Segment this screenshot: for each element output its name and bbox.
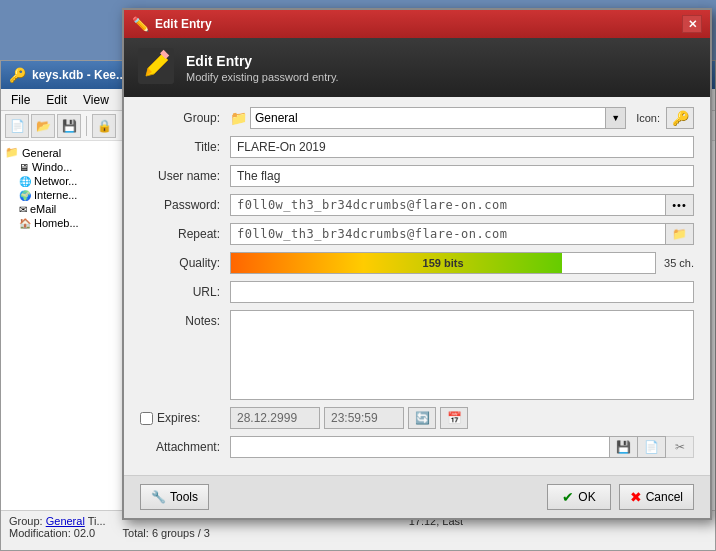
password-label: Password: [140, 198, 230, 212]
sidebar-windows-label: Windo... [32, 161, 72, 173]
group-label: Group: [9, 515, 43, 527]
attachment-save-button[interactable]: 📄 [638, 436, 666, 458]
ok-label: OK [578, 490, 595, 504]
sidebar-item-network[interactable]: 🌐 Networ... [19, 174, 126, 188]
group-label: Group: [140, 111, 230, 125]
sidebar-root-label: General [22, 147, 61, 159]
cancel-label: Cancel [646, 490, 683, 504]
tree-children: 🖥 Windo... 🌐 Networ... 🌍 Interne... ✉ eM… [5, 160, 126, 230]
attachment-open-button[interactable]: 💾 [610, 436, 638, 458]
group-dropdown-button[interactable]: ▼ [606, 107, 626, 129]
modification: Modification: 02.0 [9, 527, 95, 539]
modal-footer: 🔧 Tools ✔ OK ✖ Cancel [124, 475, 710, 518]
sidebar-item-root[interactable]: 📁 General [5, 145, 126, 160]
modal-header-icon [138, 48, 174, 87]
generate-password-button[interactable]: 📁 [666, 223, 694, 245]
cancel-button[interactable]: ✖ Cancel [619, 484, 694, 510]
modal-title-icon: ✏️ [132, 16, 149, 32]
internet-icon: 🌍 [19, 190, 31, 201]
cancel-icon: ✖ [630, 489, 642, 505]
title-input[interactable] [230, 136, 694, 158]
sidebar-item-home[interactable]: 🏠 Homeb... [19, 216, 126, 230]
sidebar: 📁 General 🖥 Windo... 🌐 Networ... 🌍 Inter… [1, 141, 131, 550]
url-input[interactable] [230, 281, 694, 303]
new-btn[interactable]: 📄 [5, 114, 29, 138]
notes-row: Notes: [140, 310, 694, 400]
expires-calendar-button[interactable]: 🔄 [408, 407, 436, 429]
home-icon: 🏠 [19, 218, 31, 229]
icon-picker: Icon: 🔑 [636, 107, 694, 129]
expires-checkbox-label: Expires: [140, 411, 220, 425]
group-select[interactable]: General [250, 107, 606, 129]
quality-field-wrap: 159 bits 35 ch. [230, 252, 694, 274]
quality-bar [231, 253, 562, 273]
repeat-field-wrap: 📁 [230, 223, 694, 245]
notes-textarea[interactable] [230, 310, 694, 400]
tools-icon: 🔧 [151, 490, 166, 504]
url-label: URL: [140, 285, 230, 299]
modal-close-button[interactable]: ✕ [682, 15, 702, 33]
icon-label: Icon: [636, 112, 660, 124]
tools-button[interactable]: 🔧 Tools [140, 484, 209, 510]
menu-edit[interactable]: Edit [40, 91, 73, 109]
sidebar-item-email[interactable]: ✉ eMail [19, 202, 126, 216]
lock-btn[interactable]: 🔒 [92, 114, 116, 138]
open-btn[interactable]: 📂 [31, 114, 55, 138]
modal-header-subtitle: Modify existing password entry. [186, 71, 339, 83]
expires-label-text: Expires: [157, 411, 200, 425]
quality-row: Quality: 159 bits 35 ch. [140, 252, 694, 274]
status-line-2: Modification: 02.0 Total: 6 groups / 3 [9, 527, 707, 539]
group-value: General [255, 111, 298, 125]
username-label: User name: [140, 169, 230, 183]
total: Total: 6 groups / 3 [123, 527, 210, 539]
windows-icon: 🖥 [19, 162, 29, 173]
attachment-input[interactable] [230, 436, 610, 458]
quality-label: Quality: [140, 256, 230, 270]
group-row: Group: 📁 General ▼ Icon: 🔑 [140, 107, 694, 129]
title-label: Title: [140, 140, 230, 154]
group-value: General [46, 515, 85, 527]
modal-titlebar: ✏️ Edit Entry ✕ [124, 10, 710, 38]
save-btn[interactable]: 💾 [57, 114, 81, 138]
ok-button[interactable]: ✔ OK [547, 484, 610, 510]
menu-view[interactable]: View [77, 91, 115, 109]
show-password-button[interactable]: ••• [666, 194, 694, 216]
group-folder-icon: 📁 [230, 110, 247, 126]
ok-icon: ✔ [562, 489, 574, 505]
attachment-row: Attachment: 💾 📄 ✂ [140, 436, 694, 458]
modal-body: Group: 📁 General ▼ Icon: 🔑 Title: User n… [124, 97, 710, 475]
attachment-remove-button[interactable]: ✂ [666, 436, 694, 458]
attachment-field-wrap: 💾 📄 ✂ [230, 436, 694, 458]
sidebar-email-label: eMail [30, 203, 56, 215]
password-field-wrap: ••• [230, 194, 694, 216]
sidebar-network-label: Networ... [34, 175, 77, 187]
expires-date-input[interactable] [230, 407, 320, 429]
repeat-input[interactable] [230, 223, 666, 245]
quality-chars-text: 35 ch. [664, 257, 694, 269]
modal-header: Edit Entry Modify existing password entr… [124, 38, 710, 97]
modal-title: Edit Entry [155, 17, 212, 31]
username-row: User name: [140, 165, 694, 187]
expires-label: Expires: [140, 411, 230, 425]
email-icon: ✉ [19, 204, 27, 215]
group-field-wrap: 📁 General ▼ [230, 107, 626, 129]
username-input[interactable] [230, 165, 694, 187]
quality-bar-container: 159 bits [230, 252, 656, 274]
sidebar-item-windows[interactable]: 🖥 Windo... [19, 160, 126, 174]
modal-header-text: Edit Entry Modify existing password entr… [186, 53, 339, 83]
bg-title: keys.kdb - Kee... [32, 68, 126, 82]
expires-checkbox[interactable] [140, 412, 153, 425]
expires-row: Expires: 🔄 📅 [140, 407, 694, 429]
modal-header-title: Edit Entry [186, 53, 339, 69]
icon-button[interactable]: 🔑 [666, 107, 694, 129]
menu-file[interactable]: File [5, 91, 36, 109]
notes-label: Notes: [140, 310, 230, 328]
title-abbr: Ti... [88, 515, 106, 527]
password-row: Password: ••• [140, 194, 694, 216]
password-input[interactable] [230, 194, 666, 216]
sidebar-item-internet[interactable]: 🌍 Interne... [19, 188, 126, 202]
expires-clock-button[interactable]: 📅 [440, 407, 468, 429]
expires-time-input[interactable] [324, 407, 404, 429]
app-icon: 🔑 [9, 67, 26, 83]
edit-entry-modal: ✏️ Edit Entry ✕ Edit Entry Modify existi… [122, 8, 712, 520]
